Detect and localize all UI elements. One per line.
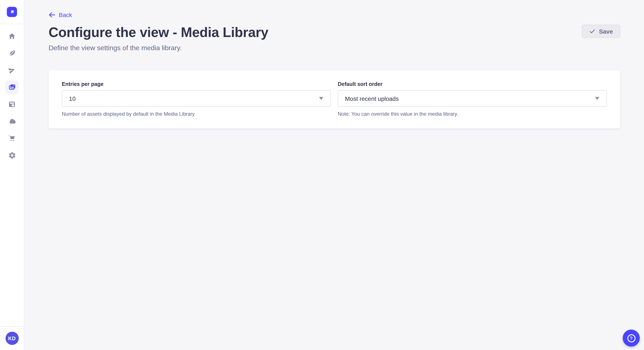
back-link[interactable]: Back <box>48 11 72 18</box>
page-subtitle: Define the view settings of the media li… <box>48 43 268 53</box>
cloud-icon <box>5 114 19 128</box>
sidebar-nav <box>0 24 24 164</box>
main-content: Back Configure the view - Media Library … <box>24 0 644 350</box>
sidebar-item-releases[interactable] <box>0 62 24 79</box>
default-sort-order-hint: Note: You can override this value in the… <box>338 111 607 117</box>
strapi-logo-glyph <box>8 8 15 15</box>
back-label: Back <box>59 11 72 18</box>
default-sort-order-field: Default sort order Most recent uploads N… <box>338 81 607 117</box>
sidebar-item-settings[interactable] <box>0 147 24 164</box>
layout-icon <box>5 97 19 111</box>
page-header-text: Configure the view - Media Library Defin… <box>48 24 268 53</box>
save-button[interactable]: Save <box>582 25 620 38</box>
sidebar-item-content-type-builder[interactable] <box>0 96 24 113</box>
sidebar-item-marketplace[interactable] <box>0 130 24 147</box>
feather-icon <box>5 46 19 60</box>
page-header: Configure the view - Media Library Defin… <box>48 24 620 53</box>
chevron-down-icon <box>319 97 323 100</box>
sidebar-item-media-library[interactable] <box>0 79 24 96</box>
entries-per-page-label: Entries per page <box>62 81 331 87</box>
paper-plane-icon <box>5 63 19 77</box>
user-avatar[interactable]: KD <box>5 332 18 345</box>
gear-icon <box>5 149 19 162</box>
default-sort-order-label: Default sort order <box>338 81 607 87</box>
default-sort-order-select[interactable]: Most recent uploads <box>338 90 607 107</box>
question-mark-icon: ? <box>627 334 635 342</box>
sidebar: KD <box>0 0 24 350</box>
entries-per-page-hint: Number of assets displayed by default in… <box>62 111 331 117</box>
strapi-logo[interactable] <box>7 7 17 17</box>
help-button[interactable]: ? <box>623 330 640 347</box>
check-icon <box>589 28 596 34</box>
entries-per-page-value: 10 <box>69 95 319 102</box>
default-sort-order-value: Most recent uploads <box>345 95 595 102</box>
cart-icon <box>5 131 19 145</box>
sidebar-item-content-manager[interactable] <box>0 45 24 62</box>
sidebar-item-deploy[interactable] <box>0 113 24 130</box>
media-library-pictures-icon <box>5 80 19 94</box>
entries-per-page-field: Entries per page 10 Number of assets dis… <box>62 81 331 117</box>
sidebar-user-area: KD <box>0 326 24 350</box>
save-button-label: Save <box>599 28 613 35</box>
page-title: Configure the view - Media Library <box>48 24 268 41</box>
sidebar-logo-area <box>0 0 24 24</box>
sidebar-item-home[interactable] <box>0 28 24 45</box>
chevron-down-icon <box>595 97 599 100</box>
entries-per-page-select[interactable]: 10 <box>62 90 331 107</box>
settings-card: Entries per page 10 Number of assets dis… <box>48 70 620 128</box>
arrow-left-icon <box>48 11 55 18</box>
home-icon <box>5 29 19 43</box>
app-window: KD Back Configure the view - Media Libra… <box>0 0 644 350</box>
